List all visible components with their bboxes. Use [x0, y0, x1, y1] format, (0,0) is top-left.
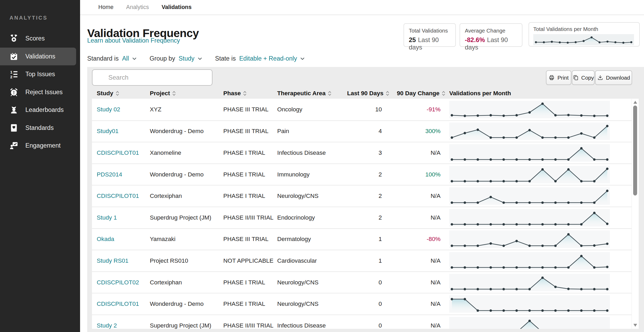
project-cell: XYZ	[150, 99, 217, 120]
column-header-validations-per-month: Validations per Month	[449, 88, 511, 99]
last-90-days-cell: 2	[344, 164, 382, 185]
column-header-label: Therapeutic Area	[277, 90, 326, 97]
study-link[interactable]: Study RS01	[97, 257, 128, 264]
study-link[interactable]: Study 2	[97, 322, 117, 329]
study-link[interactable]: Study 1	[97, 214, 117, 221]
svg-text:2: 2	[10, 75, 12, 79]
study-link[interactable]: CDISCPILOT01	[97, 149, 139, 156]
last-90-days-cell: 1	[344, 229, 382, 250]
table-header: StudyProjectPhaseTherapeutic AreaLast 90…	[92, 88, 632, 99]
book-heart-icon	[10, 124, 18, 132]
scrollbar-thumb[interactable]	[633, 106, 637, 195]
study-link[interactable]: CDISCPILOT02	[97, 279, 139, 286]
sidebar-item-scores[interactable]: Scores	[0, 30, 80, 48]
project-cell: Cortexiphan	[150, 185, 217, 207]
phase-text: PHASE I TRIAL	[223, 279, 265, 286]
study-link[interactable]: PDS2014	[97, 171, 122, 178]
sidebar-item-label: Standards	[25, 124, 54, 131]
phase-text: PHASE II/III TRIAL	[223, 214, 274, 222]
study-cell: Study 1	[97, 207, 147, 228]
phase-text: PHASE II/III TRIAL	[223, 322, 274, 329]
project-cell: Project RS010	[150, 250, 217, 271]
study-link[interactable]: Study01	[97, 128, 119, 135]
phase-cell: PHASE I TRIAL	[223, 142, 274, 163]
sidebar-item-validations[interactable]: Validations	[0, 48, 76, 66]
column-header-project[interactable]: Project	[150, 88, 176, 99]
sparkline-chart	[449, 101, 610, 118]
project-cell: Xanomeline	[150, 142, 217, 163]
stat-card-value-line: -82.6%Last 90 days	[465, 36, 517, 51]
column-header-label: 90 Day Change	[397, 90, 439, 97]
sparkline-chart	[449, 122, 610, 140]
sidebar-item-top-issues[interactable]: 12Top Issues	[0, 65, 80, 83]
project-cell: Wonderdrug - Demo	[150, 121, 217, 142]
filter-bar: Standard isAllGroup byStudyState isEdita…	[87, 53, 305, 64]
filter-state-dropdown[interactable]: Editable + Read-only	[239, 55, 305, 62]
button-label: Print	[557, 75, 568, 81]
button-label: Download	[606, 75, 630, 81]
table-row: Study01Wonderdrug - DemoPHASE III TRIALP…	[92, 120, 632, 142]
table-row: Study 2Superdrug Project (JM)PHASE II/II…	[92, 315, 632, 329]
column-header-last-90-days[interactable]: Last 90 Days	[326, 88, 389, 99]
numbered-list-icon: 12	[10, 70, 18, 79]
print-button[interactable]: Print	[546, 70, 571, 85]
chevron-down-icon	[299, 56, 305, 62]
sparkline-chart	[449, 295, 610, 313]
column-header-study[interactable]: Study	[97, 88, 119, 99]
filter-standard: Standard isAll	[87, 55, 137, 62]
column-header-phase[interactable]: Phase	[223, 88, 247, 99]
study-cell: Study01	[97, 121, 147, 142]
search-input[interactable]	[108, 74, 207, 81]
study-link[interactable]: CDISCPILOT01	[97, 301, 139, 307]
sidebar-item-leaderboards[interactable]: Leaderboards	[0, 101, 80, 119]
study-cell: PDS2014	[97, 164, 147, 185]
change-value: 100%	[425, 171, 441, 178]
last-90-days-cell: 4	[344, 121, 382, 142]
sidebar-item-standards[interactable]: Standards	[0, 119, 80, 137]
home-icon[interactable]	[87, 4, 94, 11]
breadcrumb-analytics[interactable]: Analytics	[126, 4, 149, 11]
learn-link[interactable]: Learn about Validation Frequency	[87, 37, 188, 44]
last-90-days-cell: 2	[344, 207, 382, 228]
day-change-cell: N/A	[394, 272, 441, 293]
column-header-90-day-change[interactable]: 90 Day Change	[392, 88, 445, 99]
filter-group-by-dropdown[interactable]: Study	[179, 55, 203, 62]
table-row: CDISCPILOT01CortexiphanPHASE I TRIALNeur…	[92, 185, 632, 207]
study-link[interactable]: Okada	[97, 236, 114, 243]
column-header-label: Validations per Month	[449, 90, 511, 97]
study-cell: Okada	[97, 229, 147, 250]
study-link[interactable]: CDISCPILOT01	[97, 193, 139, 199]
table-row: OkadaYamazakiPHASE III TRIALDermatology1…	[92, 228, 632, 250]
phase-cell: PHASE II/III TRIAL	[223, 207, 274, 228]
scroll-up-arrow[interactable]	[633, 101, 637, 104]
breadcrumb-home[interactable]: Home	[98, 4, 113, 11]
last-90-days-cell: 0	[344, 272, 382, 293]
filter-value-label: Editable + Read-only	[239, 55, 297, 62]
stat-card-average-change: Average Change-82.6%Last 90 days	[460, 23, 522, 47]
filter-standard-dropdown[interactable]: All	[122, 55, 137, 62]
filter-state: State isEditable + Read-only	[215, 55, 305, 62]
filter-group-by: Group byStudy	[150, 55, 203, 62]
phase-text: PHASE I TRIAL	[223, 171, 265, 179]
download-button[interactable]: Download	[595, 70, 632, 85]
filter-value-label: Study	[179, 55, 194, 62]
phase-cell: PHASE I TRIAL	[223, 185, 274, 207]
change-value: -91%	[427, 106, 441, 113]
project-cell: Superdrug Project (JM)	[150, 315, 217, 329]
chevron-right-icon	[117, 5, 122, 10]
breadcrumb-current: Validations	[161, 4, 192, 11]
sidebar-item-engagement[interactable]: Engagement	[0, 137, 80, 155]
column-header-therapeutic-area[interactable]: Therapeutic Area	[277, 88, 331, 99]
sort-icon	[386, 91, 389, 96]
button-label: Copy	[581, 75, 594, 81]
day-change-cell: 100%	[394, 164, 441, 185]
change-value: N/A	[430, 279, 441, 286]
sidebar-item-reject-issues[interactable]: Reject Issues	[0, 83, 80, 101]
change-value: N/A	[430, 214, 441, 221]
chevron-down-icon	[131, 56, 137, 62]
copy-button[interactable]: Copy	[572, 70, 595, 85]
filter-label: State is	[215, 55, 236, 62]
sidebar-section-label: ANALYTICS	[10, 15, 48, 21]
study-link[interactable]: Study 02	[97, 106, 120, 113]
scroll-down-arrow[interactable]	[633, 324, 637, 327]
